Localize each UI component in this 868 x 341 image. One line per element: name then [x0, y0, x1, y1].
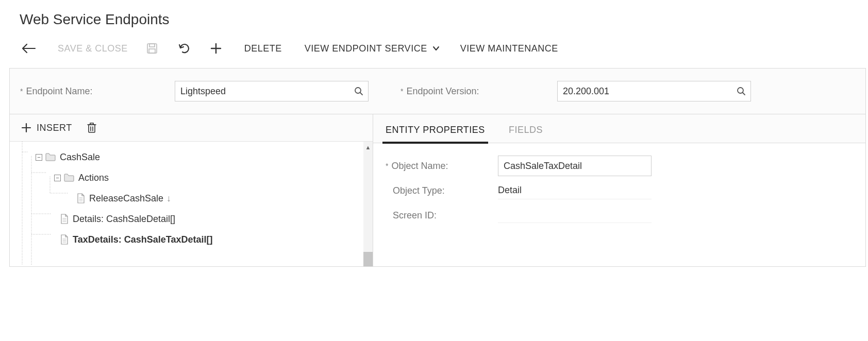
view-endpoint-service-button[interactable]: VIEW ENDPOINT SERVICE — [305, 40, 440, 57]
entity-properties-form: * Object Name: Object Type: Detail Scree… — [373, 143, 865, 228]
endpoint-name-group: * Endpoint Name: — [20, 81, 369, 101]
save-and-close-label: SAVE & CLOSE — [58, 43, 128, 54]
endpoint-version-group: * Endpoint Version: — [400, 81, 751, 101]
tree-toolbar: INSERT — [10, 114, 373, 142]
tree-node-actions[interactable]: − Actions — [18, 167, 373, 188]
lookup-icon[interactable] — [354, 87, 363, 96]
delete-label: DELETE — [244, 43, 282, 54]
scrollbar-track[interactable]: ▲ — [363, 142, 373, 266]
tree-node-label: CashSale — [60, 152, 100, 163]
save-and-close-button[interactable]: SAVE & CLOSE — [58, 40, 128, 57]
endpoint-name-label-text: Endpoint Name: — [26, 86, 92, 97]
tab-fields[interactable]: FIELDS — [508, 121, 544, 143]
insert-label: INSERT — [37, 123, 72, 133]
back-arrow-icon — [22, 43, 36, 54]
properties-tabs: ENTITY PROPERTIES FIELDS — [373, 114, 865, 143]
object-name-label-text: Object Name: — [391, 161, 448, 172]
toolbar: SAVE & CLOSE DELETE VIEW ENDPOINT SERVIC… — [0, 40, 868, 68]
folder-icon — [45, 153, 56, 161]
svg-line-4 — [360, 93, 362, 95]
trash-icon — [87, 122, 97, 134]
entity-tree: ▲ − CashSale − Actions — [10, 142, 373, 266]
endpoint-version-label: * Endpoint Version: — [400, 86, 557, 97]
document-icon — [77, 193, 85, 203]
page-title: Web Service Endpoints — [0, 0, 868, 40]
header-form: * Endpoint Name: * Endpoint Version: — [10, 69, 865, 114]
back-button[interactable] — [22, 40, 36, 57]
screen-id-value — [498, 208, 652, 223]
screen-id-label-text: Screen ID: — [393, 210, 437, 221]
endpoint-name-input[interactable] — [175, 81, 369, 101]
endpoint-version-input[interactable] — [557, 81, 751, 101]
svg-rect-7 — [89, 125, 95, 132]
folder-icon — [64, 174, 74, 182]
required-star-icon: * — [400, 87, 403, 95]
svg-line-6 — [743, 93, 745, 95]
split-panel: INSERT ▲ − — [10, 114, 865, 266]
screen-id-label: Screen ID: — [386, 210, 498, 221]
svg-rect-2 — [149, 49, 155, 53]
undo-button[interactable] — [178, 40, 192, 57]
tree-pane: INSERT ▲ − — [10, 114, 373, 266]
document-icon — [60, 234, 69, 245]
endpoint-version-label-text: Endpoint Version: — [406, 86, 479, 97]
scroll-up-arrow-icon[interactable]: ▲ — [363, 142, 373, 153]
required-star-icon: * — [20, 87, 23, 95]
tree-node-label: TaxDetails: CashSaleTaxDetail[] — [73, 234, 212, 245]
properties-pane: ENTITY PROPERTIES FIELDS * Object Name: … — [373, 114, 865, 266]
add-button[interactable] — [210, 40, 222, 57]
object-name-label: * Object Name: — [386, 161, 498, 172]
scrollbar-thumb[interactable] — [363, 252, 373, 266]
floppy-save-icon — [146, 43, 158, 54]
svg-rect-1 — [149, 44, 155, 47]
object-type-label: Object Type: — [386, 185, 498, 196]
tree-node-label: ReleaseCashSale — [89, 193, 163, 204]
object-name-row: * Object Name: — [386, 154, 865, 178]
tree-node-taxdetails[interactable]: TaxDetails: CashSaleTaxDetail[] — [18, 229, 373, 250]
object-type-value: Detail — [498, 182, 652, 199]
tab-entity-properties[interactable]: ENTITY PROPERTIES — [385, 121, 486, 143]
required-star-icon: * — [386, 162, 388, 170]
tree-node-cashsale[interactable]: − CashSale — [18, 147, 373, 167]
save-button[interactable] — [146, 40, 158, 57]
delete-button[interactable]: DELETE — [244, 40, 282, 57]
tree-collapse-icon[interactable]: − — [54, 175, 61, 181]
chevron-down-icon — [432, 46, 440, 51]
endpoint-name-label: * Endpoint Name: — [20, 86, 175, 97]
lookup-icon[interactable] — [737, 87, 746, 96]
tree-node-releasecashsale[interactable]: ReleaseCashSale ↓ — [18, 188, 373, 209]
plus-icon — [21, 123, 31, 133]
object-name-input[interactable] — [498, 156, 652, 176]
document-icon — [60, 214, 69, 224]
object-type-row: Object Type: Detail — [386, 178, 865, 203]
object-type-label-text: Object Type: — [393, 185, 445, 196]
view-maintenance-button[interactable]: VIEW MAINTENANCE — [460, 40, 558, 57]
tree-node-label: Actions — [78, 173, 109, 183]
inherited-down-arrow-icon: ↓ — [166, 193, 171, 204]
screen-id-row: Screen ID: — [386, 203, 865, 228]
insert-button[interactable]: INSERT — [21, 123, 72, 133]
delete-node-button[interactable] — [87, 122, 97, 134]
view-endpoint-service-label: VIEW ENDPOINT SERVICE — [305, 43, 427, 54]
view-maintenance-label: VIEW MAINTENANCE — [460, 43, 558, 54]
svg-point-3 — [355, 88, 361, 93]
svg-point-5 — [738, 88, 743, 93]
content-panel: * Endpoint Name: * Endpoint Version: — [9, 68, 866, 267]
tree-collapse-icon[interactable]: − — [36, 154, 42, 161]
tree-node-label: Details: CashSaleDetail[] — [73, 214, 175, 225]
plus-icon — [210, 43, 222, 54]
undo-icon — [178, 43, 192, 54]
tree-node-details[interactable]: Details: CashSaleDetail[] — [18, 209, 373, 229]
